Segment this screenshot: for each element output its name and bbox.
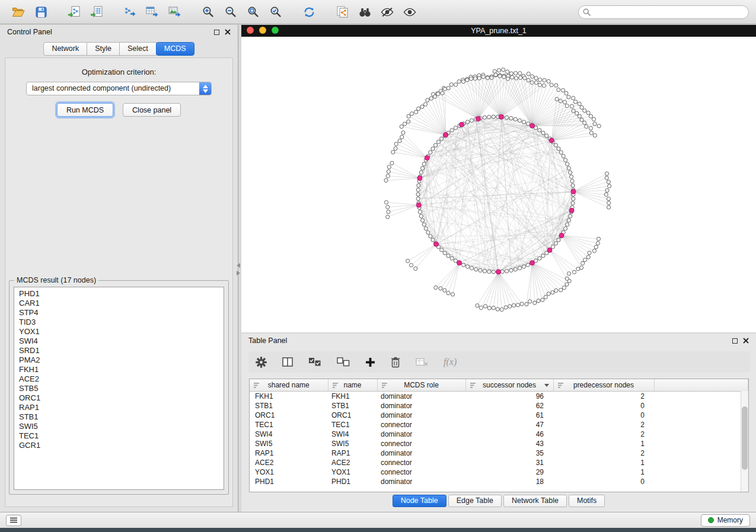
network-view-window: YPA_prune.txt_1 (241, 25, 756, 332)
mcds-list-item[interactable]: GCR1 (14, 441, 224, 450)
close-panel-icon[interactable] (225, 29, 231, 35)
table-row[interactable]: FKH1FKH1dominator962 (250, 391, 748, 401)
share-document-button[interactable] (331, 2, 353, 22)
collapse-right-icon[interactable] (237, 271, 240, 275)
mcds-list-item[interactable]: STB1 (14, 412, 224, 422)
tab-network-table[interactable]: Network Table (503, 495, 567, 507)
columns-icon (282, 357, 293, 367)
mcds-list-item[interactable]: TEC1 (14, 431, 224, 441)
mcds-list-item[interactable]: CAR1 (14, 299, 224, 308)
close-panel-icon[interactable] (743, 338, 749, 344)
optimization-criterion-select[interactable]: largest connected component (undirected) (26, 82, 212, 95)
table-scrollbar-thumb[interactable] (742, 406, 748, 470)
import-network-button[interactable] (63, 2, 85, 22)
mcds-list-item[interactable]: TID3 (14, 318, 224, 327)
memory-button[interactable]: Memory (701, 514, 750, 527)
mcds-list-item[interactable]: PHD1 (14, 289, 224, 299)
control-panel-tabs: NetworkStyleSelectMCDS (0, 42, 238, 56)
table-row[interactable]: STB1STB1dominator620 (250, 401, 748, 411)
table-row[interactable]: PHD1PHD1dominator180 (250, 477, 748, 486)
table-row[interactable]: RAP1RAP1dominator352 (250, 448, 748, 458)
tab-select[interactable]: Select (120, 42, 157, 56)
column-header-predecessor-nodes[interactable]: predecessor nodes (553, 379, 654, 391)
mcds-list-item[interactable]: PMA2 (14, 355, 224, 365)
eye-slash-icon (381, 7, 394, 17)
export-table-icon (146, 6, 159, 18)
mcds-list-item[interactable]: ORC1 (14, 393, 224, 403)
console-button[interactable] (6, 515, 21, 526)
table-scrollbar[interactable] (741, 391, 748, 492)
tab-node-table[interactable]: Node Table (393, 495, 446, 507)
close-panel-button[interactable]: Close panel (123, 103, 181, 117)
tab-mcds[interactable]: MCDS (156, 42, 194, 56)
delete-column-button[interactable] (391, 357, 400, 368)
create-column-button[interactable] (365, 357, 375, 367)
column-header-MCDS-role[interactable]: MCDS role (377, 379, 465, 391)
float-panel-icon[interactable] (214, 30, 219, 35)
mcds-list-item[interactable]: YOX1 (14, 327, 224, 336)
deselect-all-columns-button[interactable] (337, 357, 350, 367)
search-input[interactable] (578, 5, 749, 19)
mcds-result-list: PHD1CAR1STP4TID3YOX1SWI4SRD1PMA2FKH1ACE2… (14, 287, 224, 490)
first-neighbors-button[interactable] (353, 2, 376, 22)
tab-edge-table[interactable]: Edge Table (448, 495, 502, 507)
collapse-left-icon[interactable] (237, 263, 240, 268)
save-icon (36, 7, 47, 18)
mcds-list-item[interactable]: RAP1 (14, 403, 224, 412)
column-header-name[interactable]: name (328, 379, 377, 391)
show-columns-button[interactable] (282, 357, 293, 367)
tab-network[interactable]: Network (43, 42, 87, 56)
run-mcds-button[interactable]: Run MCDS (57, 103, 113, 117)
mcds-result-title: MCDS result (17 nodes) (14, 276, 98, 284)
export-image-button[interactable] (164, 2, 186, 22)
save-session-button[interactable] (30, 2, 52, 22)
mcds-list-item[interactable]: STP4 (14, 308, 224, 318)
mcds-list-item[interactable]: ACE2 (14, 374, 224, 384)
table-row[interactable]: ACE2ACE2connector311 (250, 458, 748, 467)
refresh-view-button[interactable] (298, 2, 320, 22)
select-all-columns-button[interactable] (308, 357, 321, 367)
zoom-fit-button[interactable] (242, 2, 264, 22)
import-network-icon (68, 6, 81, 18)
select-stepper-icon (199, 82, 211, 95)
zoom-in-button[interactable] (197, 2, 219, 22)
float-panel-icon[interactable] (732, 338, 738, 344)
unchecked-boxes-icon (337, 357, 350, 367)
table-panel-tabs: Node TableEdge TableNetwork TableMotifs (241, 495, 756, 507)
show-graphics-details-button[interactable] (398, 2, 421, 22)
mcds-list-item[interactable]: SWI4 (14, 336, 224, 346)
mcds-list-item[interactable]: SWI5 (14, 422, 224, 431)
export-image-icon (168, 6, 181, 18)
control-panel-titlebar: Control Panel (0, 25, 238, 39)
mcds-list-item[interactable]: STB5 (14, 384, 224, 393)
open-file-button[interactable] (7, 2, 30, 22)
table-row[interactable]: SWI4SWI4dominator462 (250, 430, 748, 439)
zoom-out-button[interactable] (219, 2, 242, 22)
column-header-successor-nodes[interactable]: successor nodes (465, 379, 553, 391)
sort-icon (470, 383, 476, 388)
column-header-shared-name[interactable]: shared name (250, 379, 328, 391)
network-view-titlebar[interactable]: YPA_prune.txt_1 (241, 25, 756, 37)
tab-style[interactable]: Style (87, 42, 120, 56)
zoom-selected-button[interactable] (264, 2, 287, 22)
chevron-down-icon[interactable] (544, 384, 549, 387)
table-row[interactable]: SWI5SWI5connector431 (250, 439, 748, 448)
mcds-list-item[interactable]: FKH1 (14, 365, 224, 374)
zoom-selected-icon (270, 6, 282, 18)
network-canvas[interactable] (241, 37, 756, 332)
table-row[interactable]: TEC1TEC1connector472 (250, 420, 748, 430)
export-network-button[interactable] (119, 2, 141, 22)
import-table-icon (90, 6, 103, 18)
mcds-list-item[interactable]: SRD1 (14, 346, 224, 355)
tab-motifs[interactable]: Motifs (569, 495, 605, 507)
network-canvas-svg[interactable] (241, 37, 756, 332)
sort-icon (333, 383, 339, 388)
export-table-button[interactable] (141, 2, 164, 22)
import-table-button[interactable] (85, 2, 108, 22)
panel-splitter-handle[interactable] (237, 263, 241, 278)
table-row[interactable]: YOX1YOX1connector291 (250, 467, 748, 477)
table-settings-button[interactable] (256, 357, 267, 368)
table-row[interactable]: ORC1ORC1dominator610 (250, 411, 748, 420)
function-builder-button: f(x) (444, 357, 457, 367)
hide-graphics-details-button[interactable] (376, 2, 398, 22)
